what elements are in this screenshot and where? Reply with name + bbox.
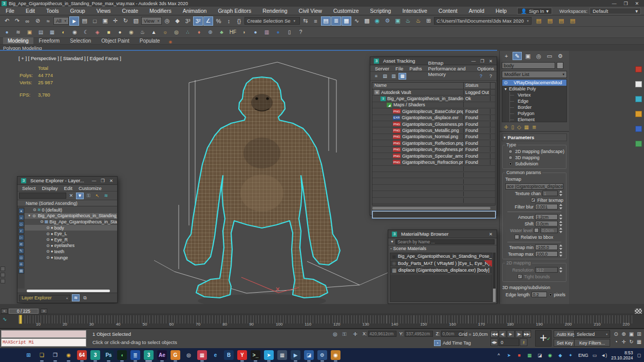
asset-row[interactable]: PNGGigantopitecus_Glossiness.png Found [372, 121, 495, 127]
undo-icon[interactable]: ↶ [2, 16, 12, 26]
workspace-dropdown[interactable]: Default ▾ [590, 8, 641, 14]
use-pivot-point-icon[interactable]: ◎ [162, 16, 172, 26]
asset-row[interactable] [372, 172, 495, 178]
render-setup-icon[interactable]: ⚙ [383, 16, 392, 26]
asset-row[interactable]: PNGGigantopitecus_BaseColor.png Found [372, 108, 495, 115]
scene-explorer-row[interactable]: ⊙ ● Eye_L [25, 231, 117, 237]
geosphere-icon[interactable]: ◎ [172, 28, 181, 37]
maximize-viewport-icon[interactable]: ▦ [635, 338, 643, 346]
create-tab-icon[interactable]: + [502, 52, 511, 60]
viewport-tab-icon[interactable] [1, 273, 5, 277]
visibility-eye-icon[interactable]: ⊙ [40, 219, 44, 224]
parameters-rollout-header[interactable]: ▾Parameters [502, 134, 567, 141]
layers-mode-icon[interactable]: ≋ [72, 294, 80, 301]
asset-path-field[interactable] [372, 211, 496, 218]
menu-item[interactable]: Scripting [365, 8, 397, 14]
network-icon[interactable]: ▭ [593, 353, 597, 358]
rendered-frame-icon[interactable]: ▣ [393, 16, 403, 26]
zoom-extents-all-icon[interactable]: ⊞ [635, 330, 643, 338]
filter-texmap-checkbox[interactable]: ✔ [531, 198, 536, 202]
media-encoder-icon[interactable]: ◖ [117, 350, 127, 360]
desktop-shortcut-icon-2[interactable] [635, 81, 642, 87]
motion-tab-icon[interactable]: ◎ [534, 52, 543, 60]
filter-helpers-icon[interactable]: ≋ [18, 241, 24, 247]
key-filters-button[interactable]: Key Filters... [574, 339, 610, 347]
material-row[interactable]: ▦ displace (Gigantopitecus_displace.exr)… [390, 267, 492, 274]
search-person-icon[interactable]: ◎ [184, 350, 194, 360]
app-64-icon[interactable]: 64 [77, 350, 87, 360]
ribbon-tab[interactable]: Freeform [34, 37, 65, 44]
grid-view-icon[interactable]: ▦ [399, 73, 406, 80]
lock-icon[interactable]: ⚿ [85, 193, 92, 199]
menu-item[interactable]: Civil View [293, 8, 328, 14]
menu-item[interactable]: Edit [20, 8, 41, 14]
tray-recorder-icon[interactable]: ■ [516, 353, 523, 358]
scrollbar-thumb[interactable] [493, 289, 496, 302]
terminal-icon[interactable]: >_ [251, 350, 260, 360]
material-browser-titlebar[interactable]: 3 Material/Map Browser ✕ [388, 230, 497, 238]
relative-bbox-checkbox[interactable] [515, 235, 519, 239]
layers-icon[interactable]: ≋ [102, 193, 110, 199]
maximize-button[interactable]: ❐ [480, 59, 484, 64]
spinner[interactable] [559, 221, 563, 226]
track-bar[interactable]: ∿ 10203040506070809010011012013014015016… [0, 314, 644, 329]
maximize-button[interactable]: ❐ [623, 1, 628, 6]
named-selection-set-field[interactable]: Create Selection Se▾ [244, 17, 300, 25]
key-mode-toggle-icon[interactable]: ⚷ [520, 338, 527, 346]
texmap-max-field[interactable]: 100,0 [535, 251, 558, 257]
asset-row[interactable] [372, 198, 495, 204]
large-plus-button[interactable]: + [535, 330, 552, 347]
tray-screenshot-icon[interactable]: ◪ [536, 353, 543, 358]
foliage-icon[interactable]: ♣ [217, 28, 226, 37]
filter-bones-icon[interactable]: ▤ [18, 268, 24, 274]
toggle-ribbon-icon[interactable]: ▦ [342, 16, 351, 26]
battery-icon[interactable]: ▯ [285, 28, 294, 37]
file-explorer-icon[interactable]: ❏ [37, 350, 47, 360]
crowd-icon[interactable]: ◈ [92, 28, 102, 37]
show-end-result-icon[interactable]: ▯ [511, 124, 514, 130]
asset-row[interactable]: PNGGigantopitecus_Normal.png Found [372, 134, 495, 140]
set-key-button[interactable]: Set Key [554, 339, 576, 347]
gorilla-model[interactable] [184, 77, 340, 304]
menu-item[interactable]: Help [490, 8, 513, 14]
spinner[interactable] [559, 244, 563, 250]
notepad-icon[interactable]: ≣ [130, 350, 140, 360]
filter-shapes-icon[interactable]: ◇ [18, 221, 24, 227]
spinner[interactable] [559, 227, 563, 233]
menu-item[interactable]: Rendering [257, 8, 293, 14]
menu-item[interactable]: Select [20, 185, 38, 191]
toggle-layer-explorer-icon[interactable]: ≣ [331, 16, 341, 26]
water-level-field[interactable]: 0,0cm [540, 227, 558, 233]
x-coordinate-field[interactable]: 420,9612cm [368, 331, 396, 337]
clipboard-icon[interactable]: ▥ [262, 28, 272, 37]
named-selection-sets-icon[interactable]: {} [234, 16, 244, 26]
bitmap-page-icon[interactable]: ▣ [25, 28, 34, 37]
clear-search-icon[interactable]: ✕ [67, 193, 75, 199]
cloud-icon[interactable]: ≋ [13, 28, 23, 37]
schematic-view-icon[interactable]: ▩ [362, 16, 372, 26]
bones-icon[interactable]: ♦ [194, 28, 204, 37]
spreadsheet-icon[interactable]: ▦ [47, 28, 57, 37]
modify-tab-icon[interactable]: ✎ [513, 52, 522, 60]
select-and-rotate-icon[interactable]: ↻ [121, 16, 130, 26]
menu-item[interactable]: Server [372, 66, 392, 71]
radio-subdivision[interactable]: Subdivision [504, 161, 564, 167]
texmap-button[interactable]: ace (Gigantopitecus_displace. [505, 183, 563, 189]
visibility-eye-icon[interactable]: ⊙ [32, 214, 36, 218]
zoom-icon[interactable]: ⊙ [612, 330, 620, 338]
balloon-icon[interactable]: ● [251, 28, 260, 37]
track-view-shortcut-icon[interactable] [635, 309, 642, 314]
menu-item[interactable]: File [0, 8, 20, 14]
selection-lock-icon[interactable]: ⚿ [340, 331, 348, 337]
asset-row[interactable] [372, 166, 495, 172]
ribbon-tab[interactable]: Selection [65, 37, 96, 44]
language-indicator[interactable]: ENG [578, 353, 589, 358]
unlink-selection-icon[interactable]: ⊘ [33, 16, 43, 26]
texmap-min-field[interactable]: -100,0 [535, 244, 558, 250]
camera-icon[interactable]: ◉ [70, 28, 80, 37]
tray-network-tool-icon[interactable]: ▦ [526, 353, 533, 358]
asset-row[interactable]: 3Big_Ape_Gigantopithecus_in_Standing_...… [372, 96, 495, 102]
menu-item[interactable]: Group [65, 8, 91, 14]
desktop-shortcut-icon-1[interactable] [635, 66, 642, 72]
render-last-icon[interactable]: ⊞ [424, 16, 433, 26]
